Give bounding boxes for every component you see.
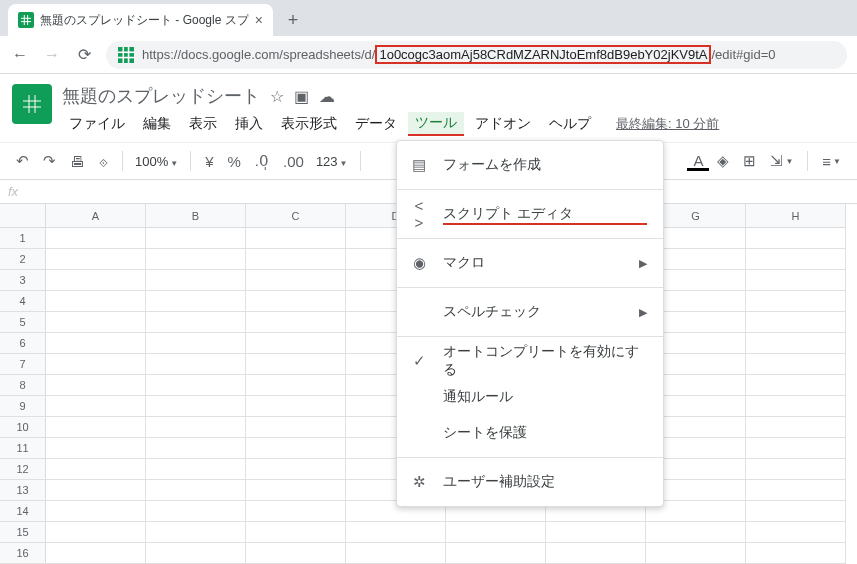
cell-B2[interactable]: [146, 249, 246, 270]
cell-H15[interactable]: [746, 522, 846, 543]
cell-H4[interactable]: [746, 291, 846, 312]
cell-A7[interactable]: [46, 354, 146, 375]
cell-A12[interactable]: [46, 459, 146, 480]
col-header-C[interactable]: C: [246, 204, 346, 228]
cell-E15[interactable]: [446, 522, 546, 543]
cell-C2[interactable]: [246, 249, 346, 270]
cell-C8[interactable]: [246, 375, 346, 396]
cell-G16[interactable]: [646, 543, 746, 564]
cell-A15[interactable]: [46, 522, 146, 543]
menu-ファイル[interactable]: ファイル: [62, 113, 132, 135]
cell-C3[interactable]: [246, 270, 346, 291]
cell-B7[interactable]: [146, 354, 246, 375]
row-header-12[interactable]: 12: [0, 459, 46, 480]
select-all-corner[interactable]: [0, 204, 46, 228]
last-edit[interactable]: 最終編集: 10 分前: [616, 115, 719, 133]
menu-item-ユーザー補助設定[interactable]: ✲ユーザー補助設定: [397, 464, 663, 500]
text-color-icon[interactable]: A: [687, 151, 709, 171]
cell-C12[interactable]: [246, 459, 346, 480]
cell-C6[interactable]: [246, 333, 346, 354]
cell-B10[interactable]: [146, 417, 246, 438]
menu-表示形式[interactable]: 表示形式: [274, 113, 344, 135]
cell-D16[interactable]: [346, 543, 446, 564]
cell-H9[interactable]: [746, 396, 846, 417]
menu-挿入[interactable]: 挿入: [228, 113, 270, 135]
cell-C4[interactable]: [246, 291, 346, 312]
row-header-13[interactable]: 13: [0, 480, 46, 501]
menu-item-スクリプト エディタ[interactable]: < >スクリプト エディタ: [397, 196, 663, 232]
cell-G15[interactable]: [646, 522, 746, 543]
menu-item-オートコンプリートを有効にする[interactable]: ✓オートコンプリートを有効にする: [397, 343, 663, 379]
menu-item-通知ルール[interactable]: 通知ルール: [397, 379, 663, 415]
cell-H16[interactable]: [746, 543, 846, 564]
fill-color-icon[interactable]: ◈: [711, 148, 735, 174]
cell-C1[interactable]: [246, 228, 346, 249]
cell-A14[interactable]: [46, 501, 146, 522]
col-header-A[interactable]: A: [46, 204, 146, 228]
row-header-5[interactable]: 5: [0, 312, 46, 333]
cell-C11[interactable]: [246, 438, 346, 459]
cell-C9[interactable]: [246, 396, 346, 417]
cell-C14[interactable]: [246, 501, 346, 522]
borders-icon[interactable]: ⊞: [737, 148, 762, 174]
menu-item-フォームを作成[interactable]: ▤フォームを作成: [397, 147, 663, 183]
cell-B3[interactable]: [146, 270, 246, 291]
align-icon[interactable]: ≡▼: [816, 149, 847, 174]
cell-A9[interactable]: [46, 396, 146, 417]
cell-A4[interactable]: [46, 291, 146, 312]
row-header-9[interactable]: 9: [0, 396, 46, 417]
row-header-14[interactable]: 14: [0, 501, 46, 522]
cell-F15[interactable]: [546, 522, 646, 543]
cell-H11[interactable]: [746, 438, 846, 459]
new-tab-button[interactable]: +: [279, 6, 307, 34]
decrease-decimal-icon[interactable]: .0̩: [249, 148, 275, 174]
sheets-logo-icon[interactable]: [12, 84, 52, 124]
menu-データ[interactable]: データ: [348, 113, 404, 135]
increase-decimal-icon[interactable]: .00: [277, 149, 310, 174]
print-icon[interactable]: 🖶: [64, 149, 91, 174]
cell-A6[interactable]: [46, 333, 146, 354]
cell-A10[interactable]: [46, 417, 146, 438]
forward-icon[interactable]: →: [42, 46, 62, 64]
browser-tab[interactable]: 無題のスプレッドシート - Google スプ ×: [8, 4, 273, 36]
menu-ツール[interactable]: ツール: [408, 112, 464, 136]
cell-B4[interactable]: [146, 291, 246, 312]
cell-B5[interactable]: [146, 312, 246, 333]
cell-A5[interactable]: [46, 312, 146, 333]
cell-B15[interactable]: [146, 522, 246, 543]
cell-C15[interactable]: [246, 522, 346, 543]
percent-icon[interactable]: %: [222, 149, 247, 174]
cell-A11[interactable]: [46, 438, 146, 459]
row-header-8[interactable]: 8: [0, 375, 46, 396]
cell-B14[interactable]: [146, 501, 246, 522]
cell-A13[interactable]: [46, 480, 146, 501]
cell-H5[interactable]: [746, 312, 846, 333]
cell-B8[interactable]: [146, 375, 246, 396]
cell-C13[interactable]: [246, 480, 346, 501]
col-header-B[interactable]: B: [146, 204, 246, 228]
menu-ヘルプ[interactable]: ヘルプ: [542, 113, 598, 135]
row-header-10[interactable]: 10: [0, 417, 46, 438]
col-header-H[interactable]: H: [746, 204, 846, 228]
row-header-3[interactable]: 3: [0, 270, 46, 291]
row-header-2[interactable]: 2: [0, 249, 46, 270]
menu-item-マクロ[interactable]: ◉マクロ▶: [397, 245, 663, 281]
cell-E16[interactable]: [446, 543, 546, 564]
row-header-16[interactable]: 16: [0, 543, 46, 564]
cell-B9[interactable]: [146, 396, 246, 417]
cell-H10[interactable]: [746, 417, 846, 438]
cell-H12[interactable]: [746, 459, 846, 480]
star-icon[interactable]: ☆: [270, 87, 284, 106]
move-icon[interactable]: ▣: [294, 87, 309, 106]
cell-C5[interactable]: [246, 312, 346, 333]
paint-format-icon[interactable]: ⟐: [93, 149, 114, 174]
cell-H6[interactable]: [746, 333, 846, 354]
cell-B16[interactable]: [146, 543, 246, 564]
cell-B12[interactable]: [146, 459, 246, 480]
row-header-15[interactable]: 15: [0, 522, 46, 543]
number-format-select[interactable]: 123▼: [312, 154, 352, 169]
cell-H7[interactable]: [746, 354, 846, 375]
menu-item-スペルチェック[interactable]: スペルチェック▶: [397, 294, 663, 330]
cloud-icon[interactable]: ☁: [319, 87, 335, 106]
cell-C10[interactable]: [246, 417, 346, 438]
